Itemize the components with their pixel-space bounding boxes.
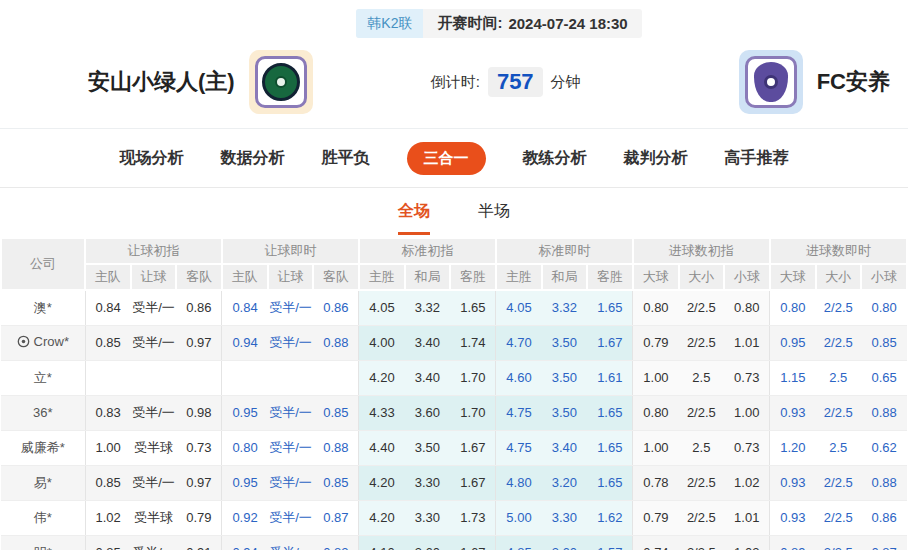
odds-cell: 0.85: [313, 395, 359, 430]
home-team-emblem-icon: [262, 63, 300, 101]
company-cell: 易*: [1, 465, 85, 500]
company-cell: 澳*: [1, 290, 85, 325]
odds-cell: [313, 360, 359, 395]
group-header-3: 标准初指: [359, 238, 496, 264]
odds-panel: 全场半场 公司让球初指让球即时标准初指标准即时进球数初指进球数即时主队让球客队主…: [0, 187, 908, 550]
odds-cell: 4.20: [359, 360, 405, 395]
odds-cell: 0.97: [176, 465, 222, 500]
odds-cell: 1.67: [450, 430, 496, 465]
company-name: Crow*: [34, 334, 69, 349]
odds-cell: 1.00: [633, 360, 679, 395]
odds-cell: 1.67: [450, 465, 496, 500]
odds-cell: 0.94: [222, 325, 268, 360]
odds-cell: [85, 360, 131, 395]
match-meta: 韩K2联 开赛时间: 2024-07-24 18:30: [356, 9, 641, 38]
sub-header-3-2: 和局: [405, 264, 451, 290]
odds-cell: 0.87: [861, 535, 907, 550]
odds-cell: 0.92: [222, 500, 268, 535]
company-name: 36*: [33, 405, 53, 420]
kickoff-time: 2024-07-24 18:30: [508, 15, 627, 32]
sub-header-2-2: 让球: [268, 264, 314, 290]
sub-header-1-2: 让球: [131, 264, 177, 290]
table-row: 36*0.83受半/一0.980.95受半/一0.854.333.601.704…: [1, 395, 907, 430]
odds-cell: 受半/一: [131, 325, 177, 360]
odds-cell: 4.40: [359, 430, 405, 465]
sub-header-2-1: 主队: [222, 264, 268, 290]
odds-cell: 3.60: [405, 395, 451, 430]
odds-cell: 0.87: [313, 500, 359, 535]
nav-tab-4[interactable]: 三合一: [407, 142, 486, 175]
odds-cell: 1.15: [770, 360, 816, 395]
odds-cell: 0.88: [313, 430, 359, 465]
odds-cell: 4.10: [359, 535, 405, 550]
sub-header-4-3: 客胜: [587, 264, 633, 290]
odds-cell: 0.73: [724, 430, 770, 465]
sub-header-2-3: 客队: [313, 264, 359, 290]
company-name: 立*: [34, 369, 52, 387]
odds-cell: 0.88: [861, 395, 907, 430]
odds-cell: 受半/一: [131, 465, 177, 500]
odds-cell: 1.01: [724, 325, 770, 360]
odds-cell: 0.80: [633, 290, 679, 325]
nav-tab-3[interactable]: 胜平负: [322, 148, 370, 169]
odds-cell: 受半/一: [268, 325, 314, 360]
kickoff-label: 开赛时间:: [437, 14, 502, 33]
top-strip: 韩K2联 开赛时间: 2024-07-24 18:30: [0, 0, 908, 38]
sub-header-3-1: 主胜: [359, 264, 405, 290]
odds-cell: [222, 360, 268, 395]
company-cell: 立*: [1, 360, 85, 395]
odds-cell: 1.67: [450, 535, 496, 550]
odds-cell: 0.85: [313, 465, 359, 500]
odds-cell: 3.50: [542, 325, 588, 360]
odds-cell: 0.80: [861, 290, 907, 325]
home-team-name: 安山小绿人(主): [88, 67, 235, 97]
subnav-tab-1[interactable]: 全场: [398, 201, 430, 235]
odds-cell: 4.60: [496, 360, 542, 395]
odds-cell: 4.70: [496, 325, 542, 360]
sub-header-1-1: 主队: [85, 264, 131, 290]
odds-cell: 3.50: [542, 395, 588, 430]
odds-cell: 1.67: [587, 325, 633, 360]
odds-cell: 0.83: [85, 395, 131, 430]
odds-cell: 3.50: [542, 360, 588, 395]
sub-header-1-3: 客队: [176, 264, 222, 290]
odds-cell: 0.88: [313, 325, 359, 360]
league-badge[interactable]: 韩K2联: [356, 9, 423, 38]
company-cell: 36*: [1, 395, 85, 430]
odds-cell: 1.00: [724, 395, 770, 430]
nav-tab-2[interactable]: 数据分析: [221, 148, 285, 169]
odds-cell: 1.70: [450, 360, 496, 395]
group-header-6: 进球数即时: [770, 238, 907, 264]
group-header-1: 让球初指: [85, 238, 222, 264]
countdown-label: 倒计时:: [431, 73, 480, 92]
subnav-tab-2[interactable]: 半场: [478, 201, 510, 235]
odds-cell: 3.40: [405, 325, 451, 360]
odds-cell: 5.00: [496, 500, 542, 535]
odds-cell: 受半/一: [268, 395, 314, 430]
company-cell: 明*: [1, 535, 85, 550]
odds-table-head: 公司让球初指让球即时标准初指标准即时进球数初指进球数即时主队让球客队主队让球客队…: [1, 238, 907, 290]
nav-tab-1[interactable]: 现场分析: [120, 148, 184, 169]
odds-cell: 4.75: [496, 395, 542, 430]
odds-cell: 0.85: [861, 325, 907, 360]
odds-table-body: 澳*0.84受半/一0.860.84受半/一0.864.053.321.654.…: [1, 290, 907, 550]
nav-tab-5[interactable]: 教练分析: [523, 148, 587, 169]
group-header-5: 进球数初指: [633, 238, 770, 264]
sub-header-5-1: 大球: [633, 264, 679, 290]
subnav: 全场半场: [0, 188, 908, 235]
company-label-wrap: 易*: [34, 474, 52, 492]
odds-cell: 1.65: [450, 290, 496, 325]
odds-cell: 受半/一: [131, 395, 177, 430]
odds-table: 公司让球初指让球即时标准初指标准即时进球数初指进球数即时主队让球客队主队让球客队…: [0, 237, 908, 550]
table-row: 威廉希*1.00受半球0.730.80受半/一0.884.403.501.674…: [1, 430, 907, 465]
odds-cell: 0.86: [176, 290, 222, 325]
odds-cell: 4.33: [359, 395, 405, 430]
odds-cell: 2/2.5: [679, 465, 725, 500]
odds-cell: 受半/一: [268, 465, 314, 500]
company-label-wrap: 澳*: [34, 299, 52, 317]
odds-cell: 0.80: [724, 290, 770, 325]
away-team: FC安养: [739, 50, 890, 114]
nav-tab-7[interactable]: 高手推荐: [725, 148, 789, 169]
nav-tab-6[interactable]: 裁判分析: [624, 148, 688, 169]
odds-cell: 0.93: [770, 395, 816, 430]
